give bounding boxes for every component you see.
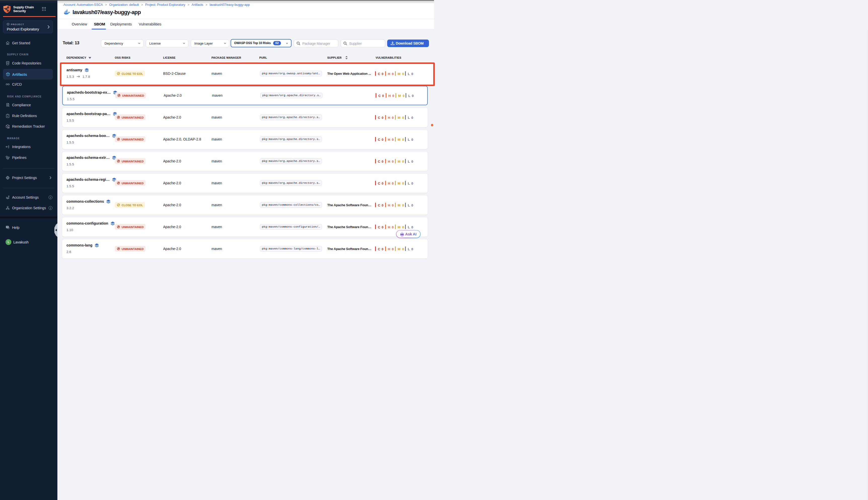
svg-text:?: ? <box>7 226 8 228</box>
